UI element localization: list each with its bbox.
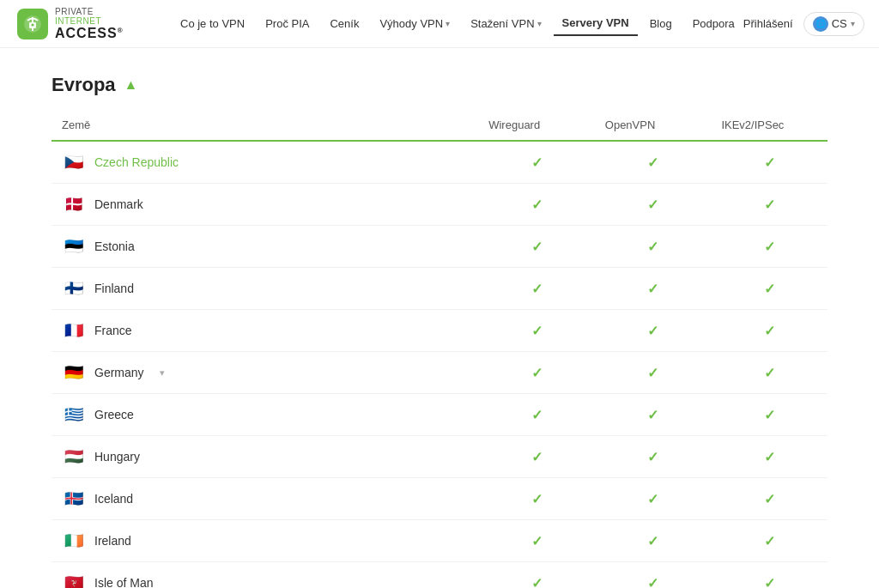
check-wireguard: ✓	[478, 226, 595, 268]
checkmark-icon: ✓	[531, 450, 543, 464]
checkmark-icon: ✓	[764, 324, 775, 338]
country-flag: 🇪🇪	[62, 234, 86, 258]
check-openvpn: ✓	[595, 352, 712, 394]
checkmark-icon: ✓	[531, 366, 543, 380]
country-flag: 🇭🇺	[62, 445, 86, 469]
main-nav: Co je to VPN Proč PIA Ceník Výhody VPN ▾…	[172, 11, 743, 36]
country-flag: 🇫🇮	[62, 276, 86, 300]
country-name: Denmark	[94, 197, 143, 211]
country-cell: 🇫🇷France	[52, 310, 478, 352]
check-openvpn: ✓	[595, 520, 712, 562]
language-selector[interactable]: 🌐 CS ▾	[803, 12, 864, 36]
check-ikev2: ✓	[711, 436, 827, 478]
country-flag: 🇮🇸	[62, 487, 86, 511]
checkmark-icon: ✓	[647, 324, 658, 338]
country-flag: 🇩🇰	[62, 192, 86, 216]
check-wireguard: ✓	[478, 268, 595, 310]
check-openvpn: ✓	[595, 562, 712, 589]
check-openvpn: ✓	[595, 436, 712, 478]
checkmark-icon: ✓	[647, 492, 658, 506]
nav-proc-pia[interactable]: Proč PIA	[257, 12, 318, 35]
checkmark-icon: ✓	[764, 282, 775, 296]
check-ikev2: ✓	[711, 310, 827, 352]
section-title: Evropa	[52, 74, 116, 96]
checkmark-icon: ✓	[531, 534, 543, 549]
nav-vyhody-vpn[interactable]: Výhody VPN ▾	[371, 12, 458, 35]
country-name: Finland	[94, 282, 134, 295]
check-ikev2: ✓	[711, 141, 827, 184]
country-cell: 🇭🇺Hungary	[52, 436, 478, 478]
nav-blog[interactable]: Blog	[641, 12, 681, 35]
checkmark-icon: ✓	[647, 450, 658, 464]
country-cell: 🇩🇰Denmark	[52, 184, 478, 226]
section-toggle-icon[interactable]: ▲	[124, 77, 138, 93]
checkmark-icon: ✓	[764, 450, 775, 464]
col-header-ikev2: IKEv2/IPSec	[711, 110, 827, 141]
nav-servery-vpn[interactable]: Servery VPN	[554, 11, 638, 36]
check-openvpn: ✓	[595, 184, 712, 226]
check-ikev2: ✓	[711, 184, 827, 226]
checkmark-icon: ✓	[764, 408, 775, 422]
col-header-openvpn: OpenVPN	[595, 110, 712, 141]
country-flag: 🇫🇷	[62, 318, 86, 342]
expand-arrow-icon[interactable]: ▾	[160, 367, 165, 379]
country-cell: 🇮🇪Ireland	[52, 520, 478, 562]
logo-internet-text: Internet	[55, 16, 124, 26]
checkmark-icon: ✓	[531, 576, 543, 589]
country-cell: 🇮🇲Isle of Man	[52, 562, 478, 589]
logo-icon	[17, 9, 48, 39]
nav-stazeni-vpn[interactable]: Stažení VPN ▾	[462, 12, 549, 35]
checkmark-icon: ✓	[531, 239, 543, 254]
checkmark-icon: ✓	[647, 408, 658, 422]
section-header: Evropa ▲	[52, 74, 827, 96]
checkmark-icon: ✓	[647, 155, 658, 170]
check-ikev2: ✓	[711, 562, 827, 589]
chevron-down-icon: ▾	[537, 19, 542, 28]
col-header-wireguard: Wireguard	[478, 110, 595, 141]
server-table: Země Wireguard OpenVPN IKEv2/IPSec 🇨🇿Cze…	[52, 110, 827, 588]
check-ikev2: ✓	[711, 478, 827, 520]
check-wireguard: ✓	[478, 352, 595, 394]
check-ikev2: ✓	[711, 226, 827, 268]
checkmark-icon: ✓	[764, 155, 775, 170]
chevron-down-icon: ▾	[851, 19, 855, 28]
site-header: Private Internet ACCESS® Co je to VPN Pr…	[0, 0, 879, 48]
checkmark-icon: ✓	[764, 366, 775, 380]
check-openvpn: ✓	[595, 478, 712, 520]
table-row: 🇬🇷Greece✓✓✓	[52, 394, 827, 436]
header-right: Přihlášení 🌐 CS ▾	[743, 12, 864, 36]
country-flag: 🇮🇲	[62, 571, 86, 588]
check-wireguard: ✓	[478, 562, 595, 589]
check-openvpn: ✓	[595, 141, 712, 184]
check-ikev2: ✓	[711, 394, 827, 436]
check-wireguard: ✓	[478, 436, 595, 478]
country-name: France	[94, 324, 132, 337]
check-openvpn: ✓	[595, 310, 712, 352]
nav-podpora[interactable]: Podpora	[684, 12, 743, 35]
checkmark-icon: ✓	[764, 492, 775, 506]
checkmark-icon: ✓	[764, 576, 775, 589]
table-row: 🇮🇸Iceland✓✓✓	[52, 478, 827, 520]
country-flag: 🇩🇪	[62, 361, 86, 385]
svg-point-2	[32, 23, 34, 26]
check-wireguard: ✓	[478, 184, 595, 226]
check-wireguard: ✓	[478, 310, 595, 352]
chevron-down-icon: ▾	[446, 19, 450, 28]
checkmark-icon: ✓	[531, 155, 543, 170]
logo[interactable]: Private Internet ACCESS®	[17, 7, 155, 41]
table-row: 🇫🇷France✓✓✓	[52, 310, 827, 352]
checkmark-icon: ✓	[764, 197, 775, 212]
country-flag: 🇮🇪	[62, 529, 86, 553]
nav-cenik[interactable]: Ceník	[321, 12, 367, 35]
country-flag: 🇬🇷	[62, 403, 86, 427]
nav-co-je-to-vpn[interactable]: Co je to VPN	[172, 12, 253, 35]
check-openvpn: ✓	[595, 268, 712, 310]
checkmark-icon: ✓	[531, 197, 543, 212]
table-row: 🇫🇮Finland✓✓✓	[52, 268, 827, 310]
table-row: 🇮🇪Ireland✓✓✓	[52, 520, 827, 562]
login-button[interactable]: Přihlášení	[743, 17, 793, 30]
country-flag: 🇨🇿	[62, 150, 86, 174]
checkmark-icon: ✓	[764, 534, 775, 549]
check-wireguard: ✓	[478, 394, 595, 436]
logo-private-text: Private	[55, 7, 124, 16]
